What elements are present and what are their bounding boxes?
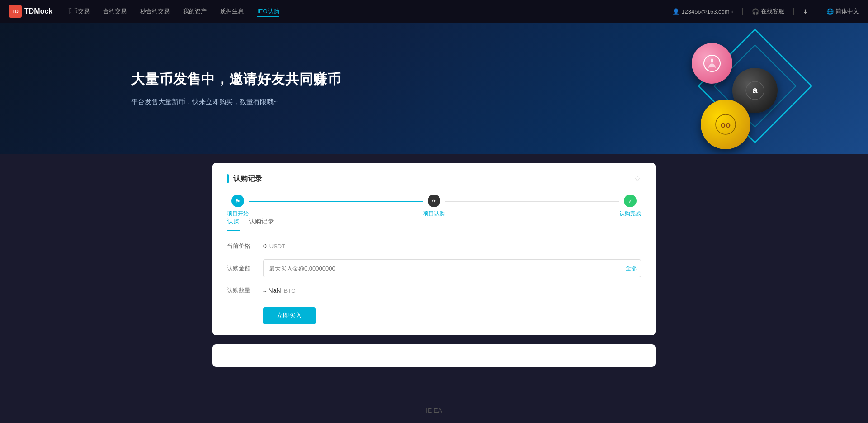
step-subscribe-label: 项目认购 xyxy=(423,210,445,218)
step-subscribe: ✈ 项目认购 xyxy=(423,195,445,218)
price-unit: USDT xyxy=(269,243,285,250)
step-line-1-filled xyxy=(249,201,423,202)
subscription-quantity-row: 认购数量 ≈ NaN BTC xyxy=(227,286,641,295)
step-line-2 xyxy=(445,201,619,202)
hero-subtitle: 平台发售大量新币，快来立即购买，数量有限哦~ xyxy=(131,98,341,106)
tab-subscribe-history[interactable]: 认购记录 xyxy=(249,218,274,231)
favorite-icon[interactable]: ☆ xyxy=(634,174,641,184)
hero-title: 大量币发售中，邀请好友共同赚币 xyxy=(131,70,341,89)
nav-item-spot-trade[interactable]: 币币交易 xyxy=(66,5,90,17)
buy-button[interactable]: 立即买入 xyxy=(263,307,316,324)
navbar-divider-2 xyxy=(793,8,794,15)
hero-content: 大量币发售中，邀请好友共同赚币 平台发售大量新币，快来立即购买，数量有限哦~ xyxy=(0,70,341,106)
download-icon: ⬇ xyxy=(803,8,808,15)
svg-text:oo: oo xyxy=(721,120,731,129)
card-title-bar xyxy=(227,174,229,183)
nav-item-my-assets[interactable]: 我的资产 xyxy=(183,5,207,17)
tabs: 认购 认购记录 xyxy=(227,218,641,231)
coin-gold: oo xyxy=(701,100,750,149)
tab-subscribe[interactable]: 认购 xyxy=(227,218,240,231)
step-complete-icon: ✓ xyxy=(624,195,637,207)
language-btn[interactable]: 🌐 简体中文 xyxy=(826,7,859,15)
hero-decoration: a oo xyxy=(651,32,841,149)
step-subscribe-icon: ✈ xyxy=(428,195,440,207)
user-dropdown-icon: ‹ xyxy=(731,8,733,15)
navbar-left: TD TDMock 币币交易 合约交易 秒合约交易 我的资产 质押生息 IEO认… xyxy=(9,5,279,18)
nav-item-ieo[interactable]: IEO认购 xyxy=(257,5,279,17)
customer-service-btn[interactable]: 🎧 在线客服 xyxy=(752,7,784,15)
nav-item-staking[interactable]: 质押生息 xyxy=(220,5,244,17)
step-start-label: 项目开始 xyxy=(227,210,249,218)
logo-icon: TD xyxy=(9,5,22,18)
quantity-number: ≈ NaN xyxy=(263,287,281,294)
language-label: 简体中文 xyxy=(835,7,859,15)
globe-icon: 🌐 xyxy=(826,8,834,15)
user-email-wrapper[interactable]: 👤 123456@163.com ‹ xyxy=(672,8,733,15)
ie-ea-label: IE EA xyxy=(426,407,442,414)
card-header: 认购记录 ☆ xyxy=(227,174,641,184)
current-price-label: 当前价格 xyxy=(227,242,263,250)
subscription-card: 认购记录 ☆ ⚑ 项目开始 ✈ 项目认购 ✓ 认购完成 认 xyxy=(212,163,656,335)
card-title: 认购记录 xyxy=(233,174,262,184)
hero-banner: 大量币发售中，邀请好友共同赚币 平台发售大量新币，快来立即购买，数量有限哦~ a xyxy=(0,23,868,154)
subscription-amount-row: 认购金额 全部 xyxy=(227,259,641,277)
price-number: 0 xyxy=(263,242,267,250)
svg-text:a: a xyxy=(752,85,758,95)
amount-all-btn[interactable]: 全部 xyxy=(626,265,637,272)
current-price-row: 当前价格 0 USDT xyxy=(227,242,641,250)
navbar-divider-1 xyxy=(742,8,743,15)
subscription-amount-input-wrapper: 全部 xyxy=(263,259,641,277)
logo[interactable]: TD TDMock xyxy=(9,5,52,18)
user-icon: 👤 xyxy=(672,8,679,15)
subscription-quantity-label: 认购数量 xyxy=(227,286,263,295)
bottom-card xyxy=(212,344,656,367)
navbar-divider-3 xyxy=(817,8,817,15)
nav-item-second-futures[interactable]: 秒合约交易 xyxy=(140,5,170,17)
customer-service-label: 在线客服 xyxy=(761,7,784,15)
nav-item-futures-trade[interactable]: 合约交易 xyxy=(103,5,127,17)
subscription-quantity-value-wrapper: ≈ NaN BTC xyxy=(263,287,296,294)
headphone-icon: 🎧 xyxy=(752,8,759,15)
quantity-unit: BTC xyxy=(284,287,296,294)
step-start-icon: ⚑ xyxy=(231,195,244,207)
progress-steps: ⚑ 项目开始 ✈ 项目认购 ✓ 认购完成 xyxy=(227,195,641,218)
step-complete-label: 认购完成 xyxy=(619,210,641,218)
navbar-right: 👤 123456@163.com ‹ 🎧 在线客服 ⬇ 🌐 简体中文 xyxy=(672,7,859,15)
main-content: 认购记录 ☆ ⚑ 项目开始 ✈ 项目认购 ✓ 认购完成 认 xyxy=(0,154,868,423)
user-email: 123456@163.com xyxy=(681,8,729,15)
step-start: ⚑ 项目开始 xyxy=(227,195,249,218)
step-line-1 xyxy=(249,201,423,202)
navbar: TD TDMock 币币交易 合约交易 秒合约交易 我的资产 质押生息 IEO认… xyxy=(0,0,868,23)
logo-text: TDMock xyxy=(24,7,52,15)
subscription-amount-input[interactable] xyxy=(263,259,641,277)
download-btn[interactable]: ⬇ xyxy=(803,8,808,15)
card-title-wrapper: 认购记录 xyxy=(227,174,262,184)
step-complete: ✓ 认购完成 xyxy=(619,195,641,218)
coin-pink xyxy=(692,43,732,84)
subscription-amount-label: 认购金额 xyxy=(227,264,263,272)
coin-container: a oo xyxy=(651,32,841,149)
current-price-value: 0 USDT xyxy=(263,242,285,250)
